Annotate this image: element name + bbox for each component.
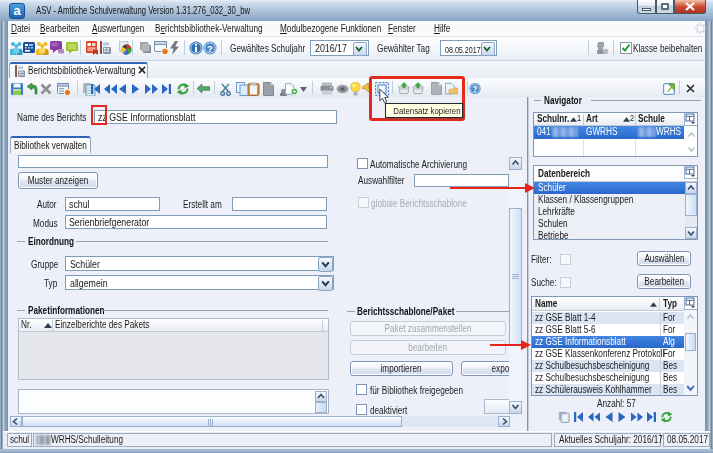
svg-text:?: ? [207,43,213,54]
svg-text:?: ? [473,85,478,94]
